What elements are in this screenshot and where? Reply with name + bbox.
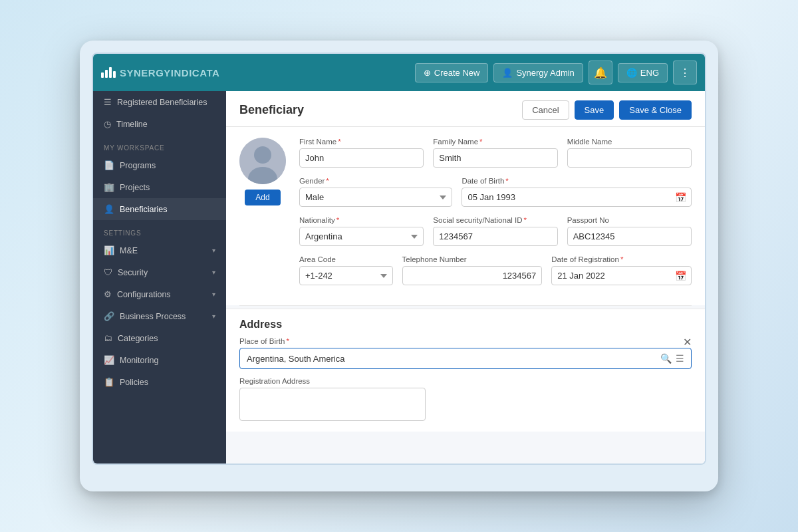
sidebar-item-beneficiaries[interactable]: 👤 Beneficiaries: [93, 198, 226, 220]
page-actions: Cancel Save Save & Close: [522, 100, 692, 120]
name-row: First Name* Family Name*: [299, 138, 692, 168]
sidebar-item-programs[interactable]: 📄 Programs: [93, 154, 226, 176]
registration-address-label: Registration Address: [239, 377, 692, 385]
address-section-title: Address: [226, 309, 705, 337]
telephone-input[interactable]: [402, 266, 543, 285]
chevron-down-icon: ▾: [212, 291, 215, 298]
sidebar-item-me[interactable]: 📊 M&E ▾: [93, 239, 226, 261]
create-new-button[interactable]: ⊕ Create New: [415, 63, 489, 82]
dob-input[interactable]: [462, 188, 692, 207]
registration-address-input[interactable]: [239, 388, 426, 421]
main-content: Beneficiary Cancel Save Save & Close: [226, 91, 705, 464]
sidebar: ☰ Registered Beneficiaries ◷ Timeline MY…: [93, 91, 226, 464]
social-security-label: Social security/National ID*: [433, 216, 557, 224]
notifications-button[interactable]: 🔔: [589, 61, 612, 84]
passport-input[interactable]: [567, 227, 692, 246]
telephone-label: Telephone Number: [402, 255, 543, 263]
settings-section-label: SETTINGS: [93, 220, 226, 239]
user-icon: 👤: [502, 68, 513, 78]
save-close-button[interactable]: Save & Close: [619, 100, 692, 120]
save-button[interactable]: Save: [575, 100, 614, 120]
gender-select[interactable]: Male Female Other: [299, 188, 452, 207]
globe-icon: 🌐: [626, 68, 637, 78]
nationality-label: Nationality*: [299, 216, 424, 224]
telephone-group: Telephone Number: [402, 255, 543, 285]
user-menu-button[interactable]: 👤 Synergy Admin: [493, 63, 583, 82]
folder-icon: 🗂: [104, 333, 112, 343]
cancel-button[interactable]: Cancel: [522, 100, 569, 120]
date-registration-wrapper: 📅: [551, 266, 692, 285]
gender-group: Gender* Male Female Other: [299, 177, 452, 207]
search-icon[interactable]: 🔍: [660, 353, 672, 364]
date-registration-input[interactable]: [551, 266, 692, 285]
gender-dob-row: Gender* Male Female Other Date: [299, 177, 692, 207]
place-of-birth-label: Place of Birth*: [239, 337, 692, 345]
address-section: Place of Birth* Argentina, South America…: [226, 337, 705, 432]
nationality-group: Nationality* Argentina: [299, 216, 424, 246]
chevron-down-icon: ▾: [212, 269, 215, 276]
gear-icon: ⚙: [104, 289, 112, 299]
social-security-group: Social security/National ID*: [433, 216, 557, 246]
bell-icon: 🔔: [594, 66, 607, 79]
first-name-label: First Name*: [299, 138, 424, 146]
first-name-input[interactable]: [299, 148, 424, 168]
area-code-label: Area Code: [299, 255, 393, 263]
family-name-label: Family Name*: [433, 138, 557, 146]
family-name-input[interactable]: [433, 148, 557, 168]
page-title: Beneficiary: [239, 103, 304, 117]
area-code-row: Area Code +1-242 Telephone Number: [299, 255, 692, 285]
profile-section: Add First Name*: [226, 127, 705, 305]
logo-icon: [101, 67, 116, 78]
sidebar-item-monitoring[interactable]: 📈 Monitoring: [93, 349, 226, 371]
person-icon: 👤: [104, 204, 114, 214]
social-security-input[interactable]: [433, 227, 557, 246]
gender-label: Gender*: [299, 177, 452, 185]
dob-wrapper: 📅: [462, 188, 692, 207]
close-button[interactable]: ✕: [683, 336, 692, 348]
middle-name-label: Middle Name: [567, 138, 692, 146]
date-registration-label: Date of Registration*: [551, 255, 692, 263]
sidebar-item-configurations[interactable]: ⚙ Configurations ▾: [93, 283, 226, 305]
middle-name-input[interactable]: [567, 148, 692, 168]
passport-group: Passport No: [567, 216, 692, 246]
passport-label: Passport No: [567, 216, 692, 224]
form-fields: First Name* Family Name*: [299, 138, 692, 295]
area-code-select[interactable]: +1-242: [299, 266, 393, 285]
place-of-birth-input-row[interactable]: Argentina, South America 🔍 ☰: [239, 348, 692, 369]
sidebar-item-registered-beneficiaries[interactable]: ☰ Registered Beneficiaries: [93, 91, 226, 113]
language-button[interactable]: 🌐 ENG: [618, 63, 668, 82]
clock-icon: ◷: [104, 119, 111, 129]
app-header: SYNERGYINDICATA ⊕ Create New 👤 Synergy A…: [93, 54, 705, 91]
plus-circle-icon: ⊕: [424, 68, 431, 78]
clipboard-icon: 📋: [104, 377, 114, 387]
place-of-birth-group: Place of Birth* Argentina, South America…: [239, 337, 692, 369]
sidebar-item-timeline[interactable]: ◷ Timeline: [93, 113, 226, 135]
add-photo-button[interactable]: Add: [245, 190, 280, 205]
document-icon: 📄: [104, 160, 114, 170]
sidebar-item-business-process[interactable]: 🔗 Business Process ▾: [93, 305, 226, 327]
middle-name-group: Middle Name: [567, 138, 692, 168]
sidebar-item-projects[interactable]: 🏢 Projects: [93, 176, 226, 198]
building-icon: 🏢: [104, 182, 114, 192]
nationality-select[interactable]: Argentina: [299, 227, 424, 246]
family-name-group: Family Name*: [433, 138, 557, 168]
sidebar-item-security[interactable]: 🛡 Security ▾: [93, 261, 226, 283]
chevron-down-icon: ▾: [212, 313, 215, 320]
first-name-group: First Name*: [299, 138, 424, 168]
list-icon[interactable]: ☰: [676, 353, 684, 364]
area-code-group: Area Code +1-242: [299, 255, 393, 285]
sidebar-item-categories[interactable]: 🗂 Categories: [93, 327, 226, 349]
process-icon: 🔗: [104, 311, 114, 321]
more-options-button[interactable]: ⋮: [673, 61, 697, 84]
chevron-down-icon: ▾: [212, 247, 215, 254]
page-header: Beneficiary Cancel Save Save & Close: [226, 91, 705, 127]
dob-group: Date of Birth* 📅: [462, 177, 692, 207]
logo-area: SYNERGYINDICATA: [101, 67, 410, 78]
dob-label: Date of Birth*: [462, 177, 692, 185]
ellipsis-icon: ⋮: [680, 66, 690, 79]
logo-text: SYNERGYINDICATA: [120, 67, 219, 78]
avatar: [239, 138, 286, 184]
nationality-row: Nationality* Argentina Social security/N…: [299, 216, 692, 246]
svg-point-1: [254, 146, 271, 164]
sidebar-item-policies[interactable]: 📋 Policies: [93, 371, 226, 393]
